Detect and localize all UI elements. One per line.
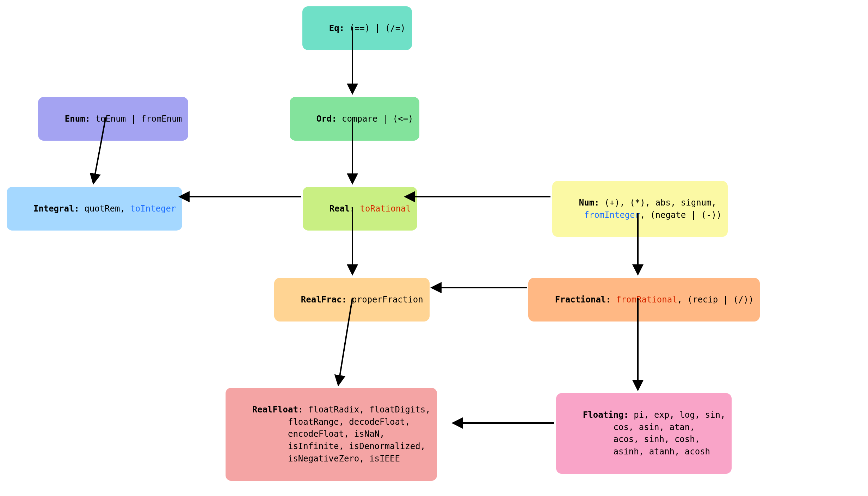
- node-realfloat: RealFloat: floatRadix, floatDigits, floa…: [226, 388, 437, 481]
- node-enum-body: toEnum | fromEnum: [90, 114, 182, 124]
- node-integral-class: Integral:: [33, 204, 79, 214]
- node-real-class: Real:: [330, 204, 355, 214]
- node-num-highlight: fromInteger: [584, 210, 640, 220]
- node-enum: Enum: toEnum | fromEnum: [38, 97, 188, 141]
- node-eq-class: Eq:: [329, 23, 344, 33]
- node-realfrac-body: properFraction: [347, 295, 423, 305]
- node-enum-class: Enum:: [65, 114, 90, 124]
- node-ord-class: Ord:: [316, 114, 337, 124]
- node-realfrac: RealFrac: properFraction: [274, 278, 430, 322]
- node-eq: Eq: (==) | (/=): [302, 6, 412, 50]
- node-fractional: Fractional: fromRational, (recip | (/)): [528, 278, 760, 322]
- node-eq-body: (==) | (/=): [344, 23, 405, 33]
- node-floating: Floating: pi, exp, log, sin, cos, asin, …: [556, 393, 732, 474]
- node-real: Real: toRational: [303, 187, 417, 231]
- node-real-highlight: toRational: [360, 204, 411, 214]
- node-realfloat-class: RealFloat:: [252, 405, 303, 415]
- node-integral: Integral: quotRem, toInteger: [7, 187, 182, 231]
- node-floating-class: Floating:: [583, 410, 629, 420]
- node-ord: Ord: compare | (<=): [290, 97, 419, 141]
- node-ord-body: compare | (<=): [337, 114, 413, 124]
- node-num: Num: (+), (*), abs, signum, fromInteger,…: [552, 181, 728, 237]
- node-realfrac-class: RealFrac:: [301, 295, 347, 305]
- node-num-class: Num:: [579, 198, 599, 208]
- node-fractional-highlight: fromRational: [616, 295, 677, 305]
- diagram-canvas: Eq: (==) | (/=) Ord: compare | (<=) Enum…: [0, 0, 868, 496]
- node-fractional-class: Fractional:: [555, 295, 611, 305]
- node-integral-highlight: toInteger: [130, 204, 176, 214]
